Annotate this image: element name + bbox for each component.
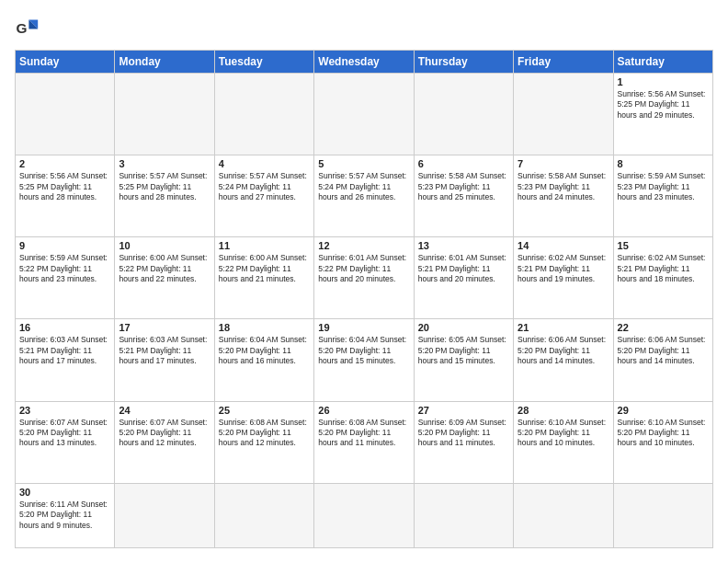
cell-info: Sunrise: 6:03 AM Sunset: 5:21 PM Dayligh… <box>119 335 210 366</box>
day-number: 10 <box>119 240 210 251</box>
cell-info: Sunrise: 6:08 AM Sunset: 5:20 PM Dayligh… <box>219 418 310 449</box>
calendar-cell: 12Sunrise: 6:01 AM Sunset: 5:22 PM Dayli… <box>314 237 414 319</box>
cell-info: Sunrise: 6:10 AM Sunset: 5:20 PM Dayligh… <box>618 418 709 449</box>
calendar-cell: 9Sunrise: 5:59 AM Sunset: 5:22 PM Daylig… <box>16 237 115 319</box>
calendar-cell: 3Sunrise: 5:57 AM Sunset: 5:25 PM Daylig… <box>115 155 214 237</box>
cell-info: Sunrise: 5:59 AM Sunset: 5:22 PM Dayligh… <box>19 253 110 284</box>
calendar-cell: 19Sunrise: 6:04 AM Sunset: 5:20 PM Dayli… <box>314 319 414 401</box>
calendar-cell: 28Sunrise: 6:10 AM Sunset: 5:20 PM Dayli… <box>514 401 613 483</box>
day-number: 16 <box>19 322 110 333</box>
cell-info: Sunrise: 6:04 AM Sunset: 5:20 PM Dayligh… <box>219 335 310 366</box>
page: G SundayMondayTuesdayWednesdayThursdayFr… <box>0 0 728 563</box>
calendar-table: SundayMondayTuesdayWednesdayThursdayFrid… <box>15 50 713 548</box>
cell-info: Sunrise: 6:04 AM Sunset: 5:20 PM Dayligh… <box>318 335 409 366</box>
calendar-week-row: 1Sunrise: 5:56 AM Sunset: 5:25 PM Daylig… <box>16 74 713 155</box>
day-number: 19 <box>318 322 409 333</box>
weekday-header: Monday <box>115 51 214 74</box>
calendar-cell <box>613 483 712 547</box>
calendar-cell: 14Sunrise: 6:02 AM Sunset: 5:21 PM Dayli… <box>514 237 613 319</box>
calendar-week-row: 2Sunrise: 5:56 AM Sunset: 5:25 PM Daylig… <box>16 155 713 237</box>
calendar-cell: 21Sunrise: 6:06 AM Sunset: 5:20 PM Dayli… <box>514 319 613 401</box>
weekday-header-row: SundayMondayTuesdayWednesdayThursdayFrid… <box>16 51 713 74</box>
logo-icon: G <box>15 15 40 40</box>
weekday-header: Thursday <box>414 51 513 74</box>
day-number: 7 <box>518 158 609 169</box>
cell-info: Sunrise: 6:09 AM Sunset: 5:20 PM Dayligh… <box>418 418 509 449</box>
day-number: 8 <box>618 158 709 169</box>
calendar-cell <box>414 74 513 155</box>
logo: G <box>15 15 44 40</box>
day-number: 26 <box>318 405 409 416</box>
calendar-cell <box>115 74 214 155</box>
calendar-cell: 5Sunrise: 5:57 AM Sunset: 5:24 PM Daylig… <box>314 155 414 237</box>
calendar-cell: 8Sunrise: 5:59 AM Sunset: 5:23 PM Daylig… <box>613 155 712 237</box>
calendar-cell <box>214 74 313 155</box>
calendar-cell: 27Sunrise: 6:09 AM Sunset: 5:20 PM Dayli… <box>414 401 513 483</box>
cell-info: Sunrise: 6:00 AM Sunset: 5:22 PM Dayligh… <box>119 253 210 284</box>
day-number: 22 <box>618 322 709 333</box>
weekday-header: Friday <box>514 51 613 74</box>
calendar-cell: 26Sunrise: 6:08 AM Sunset: 5:20 PM Dayli… <box>314 401 414 483</box>
cell-info: Sunrise: 6:10 AM Sunset: 5:20 PM Dayligh… <box>518 418 609 449</box>
calendar-cell: 18Sunrise: 6:04 AM Sunset: 5:20 PM Dayli… <box>214 319 313 401</box>
calendar-cell: 4Sunrise: 5:57 AM Sunset: 5:24 PM Daylig… <box>214 155 313 237</box>
day-number: 24 <box>119 405 210 416</box>
cell-info: Sunrise: 5:56 AM Sunset: 5:25 PM Dayligh… <box>618 89 709 121</box>
cell-info: Sunrise: 6:11 AM Sunset: 5:20 PM Dayligh… <box>19 500 110 531</box>
cell-info: Sunrise: 6:02 AM Sunset: 5:21 PM Dayligh… <box>518 253 609 284</box>
calendar-cell <box>514 483 613 547</box>
calendar-cell: 6Sunrise: 5:58 AM Sunset: 5:23 PM Daylig… <box>414 155 513 237</box>
day-number: 12 <box>318 240 409 251</box>
calendar-cell: 11Sunrise: 6:00 AM Sunset: 5:22 PM Dayli… <box>214 237 313 319</box>
calendar-cell <box>115 483 214 547</box>
calendar-cell: 16Sunrise: 6:03 AM Sunset: 5:21 PM Dayli… <box>16 319 115 401</box>
weekday-header: Tuesday <box>214 51 313 74</box>
cell-info: Sunrise: 6:06 AM Sunset: 5:20 PM Dayligh… <box>618 335 709 366</box>
calendar-cell <box>514 74 613 155</box>
cell-info: Sunrise: 5:59 AM Sunset: 5:23 PM Dayligh… <box>618 171 709 202</box>
calendar-week-row: 16Sunrise: 6:03 AM Sunset: 5:21 PM Dayli… <box>16 319 713 401</box>
calendar-cell: 24Sunrise: 6:07 AM Sunset: 5:20 PM Dayli… <box>115 401 214 483</box>
header: G <box>15 15 713 40</box>
cell-info: Sunrise: 6:01 AM Sunset: 5:21 PM Dayligh… <box>418 253 509 284</box>
calendar-cell <box>214 483 313 547</box>
cell-info: Sunrise: 5:58 AM Sunset: 5:23 PM Dayligh… <box>418 171 509 202</box>
weekday-header: Saturday <box>613 51 712 74</box>
day-number: 28 <box>518 405 609 416</box>
cell-info: Sunrise: 6:07 AM Sunset: 5:20 PM Dayligh… <box>19 418 110 449</box>
calendar-cell: 17Sunrise: 6:03 AM Sunset: 5:21 PM Dayli… <box>115 319 214 401</box>
day-number: 3 <box>119 158 210 169</box>
calendar-cell: 13Sunrise: 6:01 AM Sunset: 5:21 PM Dayli… <box>414 237 513 319</box>
cell-info: Sunrise: 5:56 AM Sunset: 5:25 PM Dayligh… <box>19 171 110 202</box>
day-number: 5 <box>318 158 409 169</box>
calendar-cell <box>314 74 414 155</box>
day-number: 2 <box>19 158 110 169</box>
calendar-week-row: 30Sunrise: 6:11 AM Sunset: 5:20 PM Dayli… <box>16 483 713 547</box>
calendar-cell <box>16 74 115 155</box>
day-number: 30 <box>19 487 110 498</box>
calendar-cell: 29Sunrise: 6:10 AM Sunset: 5:20 PM Dayli… <box>613 401 712 483</box>
day-number: 11 <box>219 240 310 251</box>
calendar-cell <box>414 483 513 547</box>
calendar-cell: 2Sunrise: 5:56 AM Sunset: 5:25 PM Daylig… <box>16 155 115 237</box>
day-number: 14 <box>518 240 609 251</box>
weekday-header: Wednesday <box>314 51 414 74</box>
calendar-cell: 23Sunrise: 6:07 AM Sunset: 5:20 PM Dayli… <box>16 401 115 483</box>
day-number: 25 <box>219 405 310 416</box>
cell-info: Sunrise: 6:03 AM Sunset: 5:21 PM Dayligh… <box>19 335 110 366</box>
calendar-week-row: 9Sunrise: 5:59 AM Sunset: 5:22 PM Daylig… <box>16 237 713 319</box>
day-number: 6 <box>418 158 509 169</box>
cell-info: Sunrise: 6:01 AM Sunset: 5:22 PM Dayligh… <box>318 253 409 284</box>
cell-info: Sunrise: 5:57 AM Sunset: 5:24 PM Dayligh… <box>318 171 409 202</box>
calendar-cell: 22Sunrise: 6:06 AM Sunset: 5:20 PM Dayli… <box>613 319 712 401</box>
cell-info: Sunrise: 6:05 AM Sunset: 5:20 PM Dayligh… <box>418 335 509 366</box>
cell-info: Sunrise: 5:57 AM Sunset: 5:24 PM Dayligh… <box>219 171 310 202</box>
day-number: 1 <box>618 76 709 87</box>
calendar-cell <box>314 483 414 547</box>
day-number: 29 <box>618 405 709 416</box>
cell-info: Sunrise: 6:00 AM Sunset: 5:22 PM Dayligh… <box>219 253 310 284</box>
calendar-cell: 1Sunrise: 5:56 AM Sunset: 5:25 PM Daylig… <box>613 74 712 155</box>
day-number: 9 <box>19 240 110 251</box>
cell-info: Sunrise: 6:08 AM Sunset: 5:20 PM Dayligh… <box>318 418 409 449</box>
day-number: 18 <box>219 322 310 333</box>
